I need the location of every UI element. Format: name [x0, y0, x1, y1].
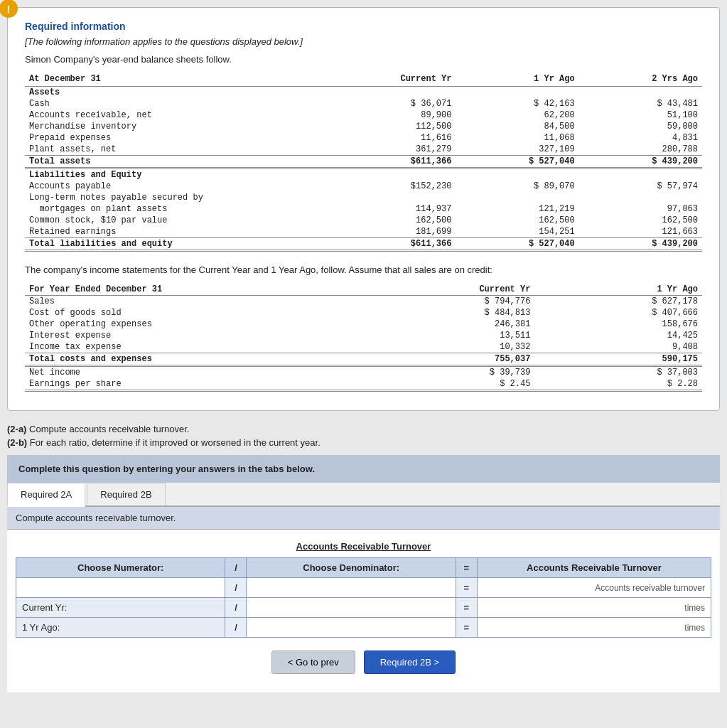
- bs-total-liab-row: Total liabilities and equity $611,366 $ …: [25, 238, 702, 251]
- bs-ap-yr1: $ 89,070: [456, 181, 578, 192]
- bs-inv-yr2: 59,000: [579, 121, 702, 132]
- is-col-label: For Year Ended December 31: [25, 284, 367, 296]
- bs-prepaid-yr2: 4,831: [579, 132, 702, 144]
- alert-icon: !: [0, 0, 18, 18]
- question-2a: (2-a) Compute accounts receivable turnov…: [7, 424, 720, 434]
- ar-div-operator: /: [225, 578, 247, 598]
- ar-current-denominator-cell[interactable]: [247, 598, 456, 618]
- ar-current-denominator-input[interactable]: [252, 602, 449, 613]
- info-italic: [The following information applies to th…: [25, 36, 702, 47]
- ar-yr1-div: /: [225, 618, 247, 638]
- liab-equity-label-row: Liabilities and Equity: [25, 168, 702, 181]
- page-wrapper: ! Required information [The following in…: [0, 0, 727, 700]
- is-interest-current: 13,511: [367, 330, 535, 341]
- ar-current-yr-row: Current Yr: / = times: [16, 598, 711, 618]
- bs-prepaid-row: Prepaid expenses 11,616 11,068 4,831: [25, 132, 702, 144]
- ar-yr1-denominator-cell[interactable]: [247, 618, 456, 638]
- bs-mortgage-row: mortgages on plant assets 114,937 121,21…: [25, 203, 702, 215]
- ar-numerator-input[interactable]: [22, 582, 219, 593]
- bs-common-row: Common stock, $10 par value 162,500 162,…: [25, 215, 702, 226]
- is-sales-label: Sales: [25, 296, 367, 308]
- tab-required-2a[interactable]: Required 2A: [7, 483, 85, 507]
- bs-inv-yr1: 84,500: [456, 121, 578, 132]
- bs-total-assets-current: $611,366: [333, 156, 456, 168]
- ar-yr1-result: times: [477, 618, 711, 638]
- bs-ap-label: Accounts payable: [25, 181, 333, 192]
- ar-header-row: Choose Numerator: / Choose Denominator: …: [16, 558, 711, 578]
- bs-col-yr2: 2 Yrs Ago: [579, 73, 702, 87]
- bs-total-liab-current: $611,366: [333, 238, 456, 251]
- is-eps-label: Earnings per share: [25, 378, 367, 391]
- bs-inv-current: 112,500: [333, 121, 456, 132]
- is-total-costs-yr1: 590,175: [534, 353, 702, 366]
- ar-denominator-input[interactable]: [252, 582, 449, 593]
- is-eps-row: Earnings per share $ 2.45 $ 2.28: [25, 378, 702, 391]
- q2b-bold: (2-b): [7, 437, 27, 448]
- bs-ar-label: Accounts receivable, net: [25, 109, 333, 121]
- is-opex-row: Other operating expenses 246,381 158,676: [25, 318, 702, 330]
- bs-ar-yr2: 51,100: [579, 109, 702, 121]
- bs-ap-current: $152,230: [333, 181, 456, 192]
- bs-ltnotes-label-row: Long-term notes payable secured by: [25, 192, 702, 203]
- is-opex-label: Other operating expenses: [25, 318, 367, 330]
- bs-total-liab-yr1: $ 527,040: [456, 238, 578, 251]
- is-total-costs-current: 755,037: [367, 353, 535, 366]
- bs-col-at-dec: At December 31: [25, 73, 333, 87]
- sub-header: Compute accounts receivable turnover.: [7, 507, 720, 530]
- ar-current-eq: =: [456, 598, 477, 618]
- is-sales-row: Sales $ 794,776 $ 627,178: [25, 296, 702, 308]
- is-cogs-row: Cost of goods sold $ 484,813 $ 407,666: [25, 307, 702, 318]
- next-button[interactable]: Required 2B >: [364, 651, 456, 674]
- is-tax-yr1: 9,408: [534, 341, 702, 353]
- ar-eq-operator: =: [456, 578, 477, 598]
- is-eps-current: $ 2.45: [367, 378, 535, 391]
- ar-yr1-denominator-input[interactable]: [252, 622, 449, 633]
- intro-text: Simon Company's year-end balance sheets …: [25, 54, 702, 65]
- bs-col-yr1: 1 Yr Ago: [456, 73, 578, 87]
- is-tax-current: 10,332: [367, 341, 535, 353]
- tab-required-2b[interactable]: Required 2B: [87, 483, 165, 505]
- bs-ap-row: Accounts payable $152,230 $ 89,070 $ 57,…: [25, 181, 702, 192]
- ar-yr1-label: 1 Yr Ago:: [16, 618, 225, 638]
- ar-current-result: times: [477, 598, 711, 618]
- is-opex-yr1: 158,676: [534, 318, 702, 330]
- is-opex-current: 246,381: [367, 318, 535, 330]
- ar-choose-numerator-cell[interactable]: [16, 578, 225, 598]
- bs-mortgage-label: mortgages on plant assets: [25, 203, 333, 215]
- bs-retained-label: Retained earnings: [25, 226, 333, 238]
- bs-plant-row: Plant assets, net 361,279 327,109 280,78…: [25, 144, 702, 156]
- is-total-costs-row: Total costs and expenses 755,037 590,175: [25, 353, 702, 366]
- bs-inv-label: Merchandise inventory: [25, 121, 333, 132]
- prev-button[interactable]: < Go to prev: [271, 651, 355, 674]
- bs-prepaid-yr1: 11,068: [456, 132, 578, 144]
- question-section: (2-a) Compute accounts receivable turnov…: [7, 424, 720, 448]
- bs-prepaid-current: 11,616: [333, 132, 456, 144]
- is-eps-yr1: $ 2.28: [534, 378, 702, 391]
- is-sales-yr1: $ 627,178: [534, 296, 702, 308]
- is-net-income-current: $ 39,739: [367, 366, 535, 379]
- assets-label-row: Assets: [25, 87, 702, 99]
- bottom-buttons: < Go to prev Required 2B >: [16, 651, 711, 681]
- bs-cash-yr1: $ 42,163: [456, 98, 578, 109]
- is-interest-label: Interest expense: [25, 330, 367, 341]
- bs-retained-yr1: 154,251: [456, 226, 578, 238]
- ar-th-div: /: [225, 558, 247, 578]
- bs-cash-row: Cash $ 36,071 $ 42,163 $ 43,481: [25, 98, 702, 109]
- ar-choose-denominator-cell[interactable]: [247, 578, 456, 598]
- bs-common-yr2: 162,500: [579, 215, 702, 226]
- bs-retained-row: Retained earnings 181,699 154,251 121,66…: [25, 226, 702, 238]
- bs-common-current: 162,500: [333, 215, 456, 226]
- assets-label: Assets: [25, 87, 702, 99]
- bs-plant-label: Plant assets, net: [25, 144, 333, 156]
- bs-cash-current: $ 36,071: [333, 98, 456, 109]
- is-cogs-label: Cost of goods sold: [25, 307, 367, 318]
- bs-col-current: Current Yr: [333, 73, 456, 87]
- bs-mortgage-yr1: 121,219: [456, 203, 578, 215]
- ar-turnover-table: Choose Numerator: / Choose Denominator: …: [16, 557, 711, 638]
- ar-th-result: Accounts Receivable Turnover: [477, 558, 711, 578]
- is-net-income-yr1: $ 37,003: [534, 366, 702, 379]
- is-cogs-yr1: $ 407,666: [534, 307, 702, 318]
- ar-choose-row: / = Accounts receivable turnover: [16, 578, 711, 598]
- bs-common-yr1: 162,500: [456, 215, 578, 226]
- bs-mortgage-yr2: 97,063: [579, 203, 702, 215]
